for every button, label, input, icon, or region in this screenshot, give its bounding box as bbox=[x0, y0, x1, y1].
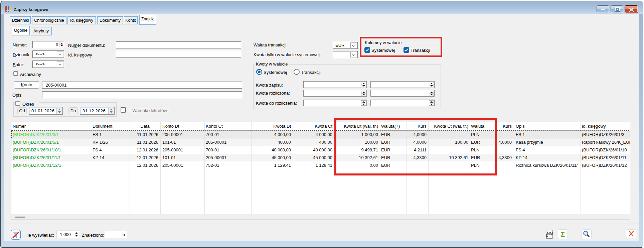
svg-text:NM: NM bbox=[547, 231, 553, 236]
